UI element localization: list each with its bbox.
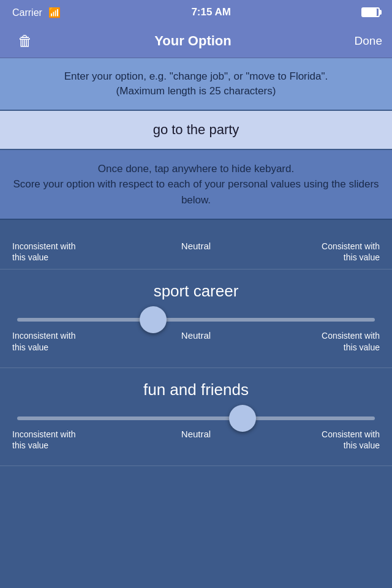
first-label-left: Inconsistent with this value	[12, 241, 86, 263]
value-section-sport-career: sport career Inconsistent with this valu…	[0, 270, 392, 368]
option-area[interactable]: go to the party	[0, 111, 392, 150]
info-box: Enter your option, e.g. "change job", or…	[0, 58, 392, 111]
fun-and-friends-label-left: Inconsistent with this value	[12, 429, 86, 451]
carrier-label: Carrier 📶	[12, 7, 61, 18]
first-label-right: Consistent with this value	[306, 241, 380, 263]
carrier-text: Carrier	[12, 7, 42, 18]
slider-thumb-fun-and-friends[interactable]	[229, 405, 256, 432]
fun-and-friends-label-center: Neutral	[86, 429, 306, 439]
slider-track-sport-career[interactable]	[17, 318, 375, 322]
instructions-box: Once done, tap anywhere to hide kebyard.…	[0, 150, 392, 221]
nav-bar: 🗑 Your Option Done	[0, 24, 392, 58]
nav-title: Your Option	[40, 33, 345, 49]
first-labels-section: Inconsistent with this value Neutral Con…	[0, 220, 392, 270]
status-time: 7:15 AM	[191, 6, 231, 18]
fun-and-friends-label-right: Consistent with this value	[306, 429, 380, 451]
sport-career-label-center: Neutral	[86, 330, 306, 341]
nav-left-area: 🗑	[10, 32, 40, 50]
option-value[interactable]: go to the party	[153, 122, 239, 137]
value-title-fun-and-friends: fun and friends	[12, 380, 380, 399]
battery-area	[361, 7, 380, 17]
slider-thumb-sport-career[interactable]	[140, 306, 167, 333]
sport-career-labels-row: Inconsistent with this value Neutral Con…	[12, 330, 380, 352]
slider-sport-career[interactable]	[12, 312, 380, 322]
sport-career-label-left: Inconsistent with this value	[12, 330, 86, 352]
sport-career-label-right: Consistent with this value	[306, 330, 380, 352]
first-labels-row: Inconsistent with this value Neutral Con…	[12, 241, 380, 263]
wifi-icon: 📶	[48, 7, 61, 18]
done-button[interactable]: Done	[355, 34, 382, 48]
fun-and-friends-labels-row: Inconsistent with this value Neutral Con…	[12, 429, 380, 451]
first-label-center: Neutral	[86, 241, 306, 251]
battery-icon	[361, 7, 380, 17]
status-bar: Carrier 📶 7:15 AM	[0, 0, 392, 24]
nav-right-area: Done	[345, 34, 382, 48]
slider-track-fun-and-friends[interactable]	[17, 417, 375, 420]
info-text: Enter your option, e.g. "change job", or…	[12, 69, 380, 99]
slider-fun-and-friends[interactable]	[12, 410, 380, 420]
trash-icon[interactable]: 🗑	[18, 32, 32, 50]
value-section-fun-and-friends: fun and friends Inconsistent with this v…	[0, 368, 392, 466]
instructions-text: Once done, tap anywhere to hide kebyard.…	[12, 161, 380, 208]
value-title-sport-career: sport career	[12, 282, 380, 301]
